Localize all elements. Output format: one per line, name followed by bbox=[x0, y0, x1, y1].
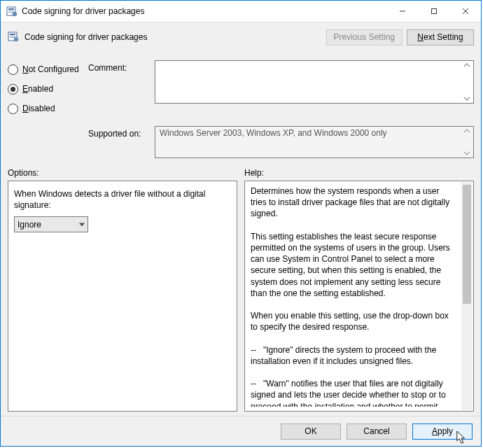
chevron-down-icon bbox=[462, 150, 472, 156]
signature-action-dropdown[interactable]: Ignore bbox=[14, 216, 88, 232]
ok-button[interactable]: OK bbox=[281, 424, 341, 440]
supported-on-label: Supported on: bbox=[88, 122, 155, 139]
window-title: Code signing for driver packages bbox=[22, 6, 386, 16]
radio-disabled[interactable]: Disabled bbox=[8, 102, 88, 115]
window-controls bbox=[386, 1, 481, 22]
supported-on-text: Windows Server 2003, Windows XP, and Win… bbox=[160, 128, 387, 138]
form-area: Not Configured Enabled Disabled Comment:… bbox=[1, 52, 481, 164]
minimize-button[interactable] bbox=[386, 1, 418, 22]
cancel-button[interactable]: Cancel bbox=[346, 424, 407, 440]
policy-icon bbox=[8, 31, 19, 44]
comment-input[interactable] bbox=[155, 60, 474, 104]
maximize-icon bbox=[430, 8, 438, 15]
policy-title: Code signing for driver packages bbox=[24, 32, 147, 42]
radio-icon bbox=[8, 64, 18, 75]
close-button[interactable] bbox=[449, 1, 481, 22]
chevron-up-icon[interactable] bbox=[462, 62, 472, 68]
svg-rect-2 bbox=[8, 10, 14, 11]
chevron-down-icon bbox=[79, 223, 85, 226]
help-panel: Determines how the system responds when … bbox=[244, 181, 474, 412]
titlebar: Code signing for driver packages bbox=[1, 1, 481, 22]
dropdown-selected: Ignore bbox=[18, 220, 41, 230]
chevron-up-icon bbox=[462, 128, 472, 134]
next-setting-button[interactable]: Next Setting bbox=[407, 29, 474, 46]
supported-on-box: Windows Server 2003, Windows XP, and Win… bbox=[155, 126, 474, 158]
header-strip: Code signing for driver packages Previou… bbox=[1, 22, 481, 52]
dialog-footer: OK Cancel Apply bbox=[1, 416, 481, 446]
radio-icon bbox=[8, 84, 18, 94]
options-prompt: When Windows detects a driver file witho… bbox=[14, 188, 231, 211]
svg-rect-10 bbox=[10, 34, 15, 35]
options-label: Options: bbox=[8, 168, 237, 178]
minimize-icon bbox=[399, 8, 406, 15]
policy-icon bbox=[6, 6, 18, 17]
options-panel: When Windows detects a driver file witho… bbox=[8, 181, 237, 412]
comment-label: Comment: bbox=[88, 55, 155, 73]
svg-point-4 bbox=[13, 12, 17, 16]
state-radio-group: Not Configured Enabled Disabled bbox=[8, 55, 88, 122]
radio-icon bbox=[8, 104, 18, 114]
previous-setting-button: Previous Setting bbox=[326, 29, 402, 46]
maximize-button[interactable] bbox=[418, 1, 449, 22]
help-text: Determines how the system responds when … bbox=[251, 186, 468, 407]
dialog-window: Code signing for driver packages Code bbox=[0, 0, 482, 447]
svg-rect-6 bbox=[431, 9, 436, 14]
svg-rect-11 bbox=[10, 36, 15, 36]
scrollbar-thumb[interactable] bbox=[463, 185, 471, 304]
radio-not-configured[interactable]: Not Configured bbox=[8, 63, 88, 76]
close-icon bbox=[462, 8, 469, 15]
radio-enabled[interactable]: Enabled bbox=[8, 83, 88, 95]
svg-rect-1 bbox=[8, 8, 14, 10]
apply-button[interactable]: Apply bbox=[412, 424, 472, 440]
svg-point-13 bbox=[14, 36, 18, 41]
help-label: Help: bbox=[244, 168, 474, 178]
section-labels: Options: Help: bbox=[1, 164, 481, 181]
chevron-down-icon[interactable] bbox=[462, 96, 472, 102]
help-scrollbar[interactable] bbox=[461, 182, 472, 410]
content-row: When Windows detects a driver file witho… bbox=[1, 181, 481, 416]
